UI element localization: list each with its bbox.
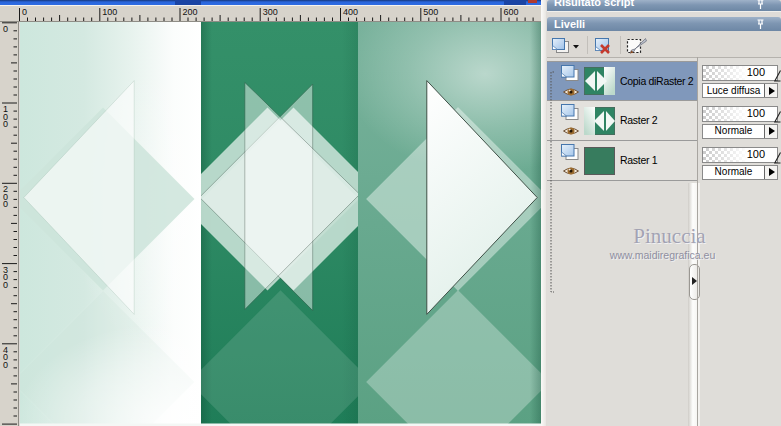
svg-text:0: 0 [3, 280, 8, 290]
svg-text:400: 400 [343, 7, 358, 17]
svg-text:100: 100 [102, 7, 117, 17]
svg-text:0: 0 [3, 119, 8, 129]
svg-text:0: 0 [3, 24, 8, 34]
svg-text:300: 300 [263, 7, 278, 17]
svg-text:600: 600 [504, 7, 519, 17]
svg-text:0: 0 [22, 7, 27, 17]
svg-text:0: 0 [3, 199, 8, 209]
svg-text:0: 0 [3, 360, 8, 370]
svg-text:200: 200 [183, 7, 198, 17]
svg-text:500: 500 [423, 7, 438, 17]
